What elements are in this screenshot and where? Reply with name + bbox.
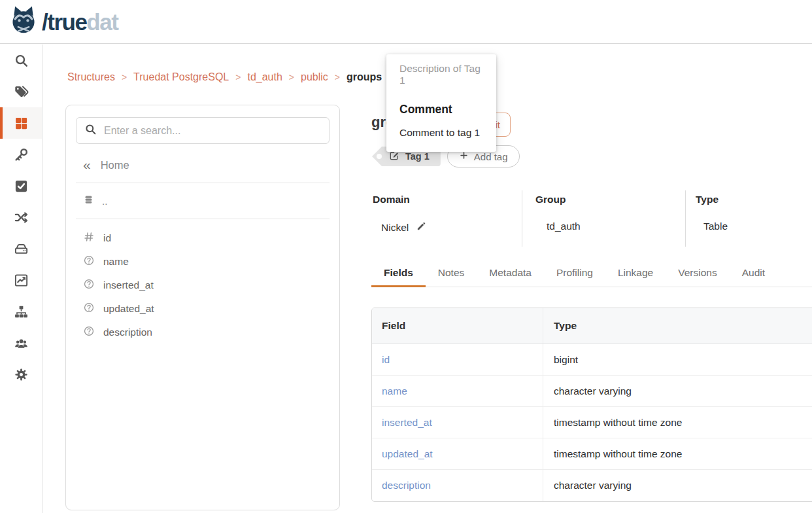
tag-hole xyxy=(377,154,382,159)
explorer-field-name[interactable]: name xyxy=(66,250,339,274)
gear-icon xyxy=(14,367,29,382)
parent-label: .. xyxy=(102,196,107,207)
tab-profiling[interactable]: Profiling xyxy=(544,261,605,287)
field-label: description xyxy=(103,327,152,338)
info-label: Group xyxy=(522,194,685,205)
tab-versions[interactable]: Versions xyxy=(666,261,729,287)
sidebar-item-gear[interactable] xyxy=(0,359,42,390)
field-label: inserted_at xyxy=(103,279,154,291)
column-header-field: Field xyxy=(372,308,543,344)
breadcrumb-link[interactable]: public xyxy=(301,71,328,83)
field-type: timestamp without time zone xyxy=(543,407,812,438)
field-link-name[interactable]: name xyxy=(372,376,543,406)
table-row: descriptioncharacter varying xyxy=(372,470,812,501)
sidebar-item-key[interactable] xyxy=(0,139,42,170)
info-value: Table xyxy=(703,221,728,232)
breadcrumb-current: groups xyxy=(347,71,382,83)
tooltip-comment: Comment to tag 1 xyxy=(399,127,483,139)
tag-label: Tag 1 xyxy=(405,151,430,162)
tooltip-description: Description of Tag 1 xyxy=(399,63,483,86)
info-label: Type xyxy=(686,194,812,205)
structure-explorer-panel: « Home .. idnameinserted_atupdated_atdes… xyxy=(65,105,340,510)
tab-metadata[interactable]: Metadata xyxy=(477,261,544,287)
info-col-type: TypeTable xyxy=(685,190,812,247)
sidebar-item-users[interactable] xyxy=(0,327,42,359)
plus-icon xyxy=(459,150,469,162)
hard-drive-icon xyxy=(14,241,29,256)
structure-info: DomainNickelGrouptd_authTypeTable xyxy=(371,190,812,247)
fields-table: FieldTypeidbigintnamecharacter varyingin… xyxy=(371,308,812,502)
search-box[interactable] xyxy=(76,117,330,144)
table-header-row: FieldType xyxy=(372,308,812,344)
home-back-item[interactable]: « Home xyxy=(66,149,339,183)
field-label: updated_at xyxy=(103,303,154,315)
search-input[interactable] xyxy=(104,125,321,137)
info-col-group: Grouptd_auth xyxy=(522,190,685,247)
explorer-field-id[interactable]: id xyxy=(66,226,339,250)
field-label: id xyxy=(103,232,111,244)
breadcrumb: Structures>Truedat PostgreSQL>td_auth>pu… xyxy=(67,71,382,83)
sidebar-item-shuffle[interactable] xyxy=(0,202,42,233)
sidebar-item-hard-drive[interactable] xyxy=(0,233,42,264)
double-chevron-left-icon: « xyxy=(83,160,91,171)
table-row: inserted_attimestamp without time zone xyxy=(372,407,812,438)
field-link-id[interactable]: id xyxy=(372,344,543,375)
question-circle-icon xyxy=(83,278,95,292)
table-row: namecharacter varying xyxy=(372,376,812,407)
pencil-icon[interactable] xyxy=(416,221,427,234)
chart-line-icon xyxy=(14,273,29,288)
field-type: character varying xyxy=(543,470,812,501)
field-link-updated_at[interactable]: updated_at xyxy=(372,438,543,469)
search-icon xyxy=(14,53,29,68)
sidebar-item-chart-line[interactable] xyxy=(0,264,42,296)
explorer-field-updated_at[interactable]: updated_at xyxy=(66,297,339,321)
users-icon xyxy=(14,336,29,351)
question-circle-icon xyxy=(83,302,95,316)
explorer-field-description[interactable]: description xyxy=(66,321,339,344)
key-icon xyxy=(14,147,29,162)
field-link-description[interactable]: description xyxy=(372,470,543,501)
truedat-logo[interactable]: /truedat xyxy=(8,5,118,38)
add-tag-label: Add tag xyxy=(474,151,508,162)
explorer-field-inserted_at[interactable]: inserted_at xyxy=(66,274,339,297)
logo-wordmark: /truedat xyxy=(42,10,118,33)
sidebar-item-tags[interactable] xyxy=(0,76,42,107)
tag-tooltip: Description of Tag 1 Comment Comment to … xyxy=(386,54,496,152)
sidebar-item-grid[interactable] xyxy=(0,107,42,139)
tab-fields[interactable]: Fields xyxy=(371,261,426,287)
tab-linkage[interactable]: Linkage xyxy=(605,261,666,287)
database-icon xyxy=(83,194,94,207)
tab-bar: FieldsNotesMetadataProfilingLinkageVersi… xyxy=(371,261,812,287)
info-label: Domain xyxy=(371,194,522,205)
breadcrumb-separator: > xyxy=(122,72,127,82)
parent-schema-item[interactable]: .. xyxy=(66,183,339,219)
sidebar-item-search[interactable] xyxy=(0,44,42,76)
hash-icon xyxy=(83,231,95,245)
breadcrumb-link[interactable]: Truedat PostgreSQL xyxy=(133,71,229,83)
table-row: idbigint xyxy=(372,344,812,376)
tooltip-heading: Comment xyxy=(399,103,483,116)
question-circle-icon xyxy=(83,255,95,269)
field-link-inserted_at[interactable]: inserted_at xyxy=(372,407,543,438)
breadcrumb-separator: > xyxy=(235,72,241,82)
field-type: bigint xyxy=(543,344,812,375)
edit-icon xyxy=(389,150,399,163)
info-col-domain: DomainNickel xyxy=(371,190,522,247)
sitemap-icon xyxy=(14,304,29,319)
owl-icon xyxy=(8,5,39,38)
breadcrumb-link[interactable]: Structures xyxy=(67,71,115,83)
sidebar-item-sitemap[interactable] xyxy=(0,296,42,327)
app-header: /truedat xyxy=(0,0,812,44)
column-header-type: Type xyxy=(543,308,812,344)
icon-sidebar xyxy=(0,44,42,513)
breadcrumb-link[interactable]: td_auth xyxy=(247,71,282,83)
sidebar-item-check-square[interactable] xyxy=(0,170,42,202)
tab-notes[interactable]: Notes xyxy=(426,261,477,287)
breadcrumb-separator: > xyxy=(335,72,340,82)
search-icon xyxy=(84,123,97,138)
tab-audit[interactable]: Audit xyxy=(730,261,777,287)
shuffle-icon xyxy=(14,210,29,225)
check-square-icon xyxy=(14,179,29,194)
breadcrumb-separator: > xyxy=(289,72,294,82)
info-value: Nickel xyxy=(381,222,409,234)
